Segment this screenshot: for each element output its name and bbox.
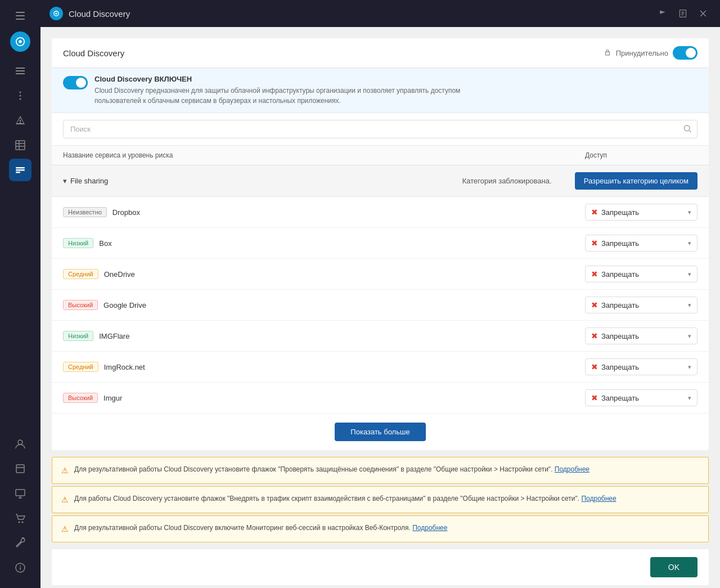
access-cell: ✖ Запрещать ▾ <box>585 235 698 252</box>
titlebar-book-btn[interactable] <box>675 6 691 21</box>
svg-rect-16 <box>16 465 24 473</box>
service-row: Низкий IMGFlare ✖ Запрещать ▾ <box>52 321 709 352</box>
warning-link[interactable]: Подробнее <box>555 465 590 473</box>
lock-icon <box>604 48 611 58</box>
access-cell: ✖ Запрещать ▾ <box>585 327 698 344</box>
chevron-down-icon: ▾ <box>688 333 691 340</box>
status-banner: Cloud Discovery ВКЛЮЧЕН Cloud Discovery … <box>52 68 709 113</box>
warning-link[interactable]: Подробнее <box>581 495 616 502</box>
category-blocked: Категория заблокирована. <box>462 177 575 185</box>
chevron-down-icon: ▾ <box>688 302 691 309</box>
sidebar-item-cart[interactable] <box>9 507 32 529</box>
warning-icon: ⚠ <box>61 494 69 506</box>
risk-badge: Высокий <box>63 393 98 403</box>
service-name-cell: Неизвестно Dropbox <box>63 207 585 217</box>
access-dropdown[interactable]: ✖ Запрещать ▾ <box>585 327 698 344</box>
access-label: Запрещать <box>601 301 685 309</box>
risk-badge: Низкий <box>63 331 93 341</box>
access-cell: ✖ Запрещать ▾ <box>585 204 698 221</box>
titlebar-flag-btn[interactable] <box>655 6 670 21</box>
chevron-down-icon: ▾ <box>688 271 691 278</box>
risk-badge: Средний <box>63 269 98 279</box>
titlebar-logo <box>50 7 63 20</box>
search-input[interactable] <box>63 120 698 138</box>
category-row: ▾ File sharing Категория заблокирована. … <box>52 165 709 197</box>
service-row: Высокий Google Drive ✖ Запрещать ▾ <box>52 290 709 321</box>
x-icon: ✖ <box>591 331 598 340</box>
sidebar-item-dots[interactable] <box>9 84 32 107</box>
titlebar-close-btn[interactable] <box>695 6 711 21</box>
service-name-cell: Низкий Box <box>63 238 585 248</box>
service-name: OneDrive <box>104 270 135 279</box>
chevron-down-icon: ▾ <box>688 394 691 402</box>
panel-header: Cloud Discovery Принудительно <box>52 38 709 68</box>
svg-rect-12 <box>16 167 25 169</box>
sidebar-item-info[interactable] <box>9 556 32 579</box>
sidebar-item-active[interactable] <box>9 159 32 181</box>
access-cell: ✖ Запрещать ▾ <box>585 358 698 375</box>
sidebar-item-list[interactable] <box>9 60 32 82</box>
sidebar-hamburger[interactable] <box>9 5 32 27</box>
service-name: Imgur <box>104 394 122 402</box>
warning-link[interactable]: Подробнее <box>412 524 447 532</box>
svg-rect-14 <box>16 172 20 173</box>
x-icon: ✖ <box>591 270 598 279</box>
service-row: Средний OneDrive ✖ Запрещать ▾ <box>52 259 709 290</box>
access-dropdown[interactable]: ✖ Запрещать ▾ <box>585 297 698 313</box>
title-bar: Cloud Discovery <box>40 0 720 27</box>
search-icon[interactable] <box>683 124 692 134</box>
sidebar-item-monitor[interactable] <box>9 482 32 505</box>
show-more-button[interactable]: Показать больше <box>335 423 425 441</box>
main-content: Cloud Discovery Принудительно <box>40 27 720 588</box>
category-name: File sharing <box>70 177 462 185</box>
svg-point-27 <box>55 12 57 15</box>
risk-badge: Высокий <box>63 300 98 310</box>
svg-point-6 <box>20 95 21 97</box>
sidebar-item-table[interactable] <box>9 134 32 156</box>
warning-banner: ⚠ Для результативной работы Cloud Discov… <box>52 457 709 484</box>
panel-title: Cloud Discovery <box>63 48 124 58</box>
status-toggle[interactable] <box>63 76 88 89</box>
sidebar-item-wrench[interactable] <box>9 532 32 554</box>
service-name: Google Drive <box>104 301 146 309</box>
warning-banner: ⚠ Для работы Cloud Discovery установите … <box>52 486 709 513</box>
service-name-cell: Высокий Google Drive <box>63 300 585 310</box>
access-dropdown[interactable]: ✖ Запрещать ▾ <box>585 358 698 375</box>
sidebar-item-user[interactable] <box>9 433 32 455</box>
access-dropdown[interactable]: ✖ Запрещать ▾ <box>585 389 698 406</box>
access-label: Запрещать <box>601 208 685 217</box>
svg-rect-2 <box>16 68 25 69</box>
service-name-cell: Средний ImgRock.net <box>63 362 585 372</box>
sidebar-item-alert[interactable] <box>9 109 32 132</box>
show-more-row: Показать больше <box>52 413 709 450</box>
access-dropdown[interactable]: ✖ Запрещать ▾ <box>585 235 698 252</box>
service-row: Неизвестно Dropbox ✖ Запрещать ▾ <box>52 197 709 228</box>
panel: Cloud Discovery Принудительно <box>52 38 709 450</box>
x-icon: ✖ <box>591 362 598 371</box>
x-icon: ✖ <box>591 208 598 217</box>
svg-point-21 <box>19 522 20 523</box>
sidebar-logo <box>10 32 30 52</box>
ok-row: OK <box>52 549 709 585</box>
search-row <box>52 113 709 146</box>
svg-point-22 <box>22 522 24 523</box>
warning-icon: ⚠ <box>61 523 69 535</box>
svg-rect-18 <box>16 490 25 496</box>
x-icon: ✖ <box>591 239 598 248</box>
ok-button[interactable]: OK <box>650 557 698 577</box>
forced-row: Принудительно <box>604 46 698 60</box>
sidebar-item-box[interactable] <box>9 457 32 480</box>
x-icon: ✖ <box>591 300 598 309</box>
col-service-header: Название сервиса и уровень риска <box>63 151 585 159</box>
access-dropdown[interactable]: ✖ Запрещать ▾ <box>585 266 698 282</box>
sidebar <box>0 0 40 588</box>
service-name: Box <box>99 239 111 248</box>
access-dropdown[interactable]: ✖ Запрещать ▾ <box>585 204 698 221</box>
chevron-down-icon: ▾ <box>688 209 691 216</box>
category-chevron[interactable]: ▾ <box>63 177 67 185</box>
forced-toggle[interactable] <box>673 46 698 60</box>
svg-point-15 <box>18 440 22 445</box>
allow-category-button[interactable]: Разрешить категорию целиком <box>575 172 698 190</box>
service-row: Высокий Imgur ✖ Запрещать ▾ <box>52 383 709 413</box>
access-label: Запрещать <box>601 270 685 279</box>
